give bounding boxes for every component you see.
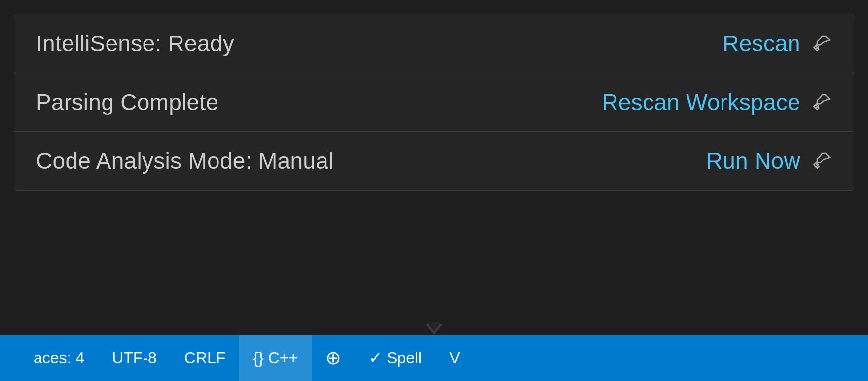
- spaces-indicator[interactable]: aces: 4: [20, 335, 98, 381]
- language-label: {} C++: [253, 349, 298, 367]
- spell-indicator[interactable]: ✓ Spell: [355, 335, 435, 381]
- intellisense-row-actions: Rescan: [723, 30, 832, 57]
- line-ending-indicator[interactable]: CRLF: [171, 335, 240, 381]
- spell-label: ✓ Spell: [369, 348, 422, 367]
- parsing-row: Parsing Complete Rescan Workspace: [14, 73, 854, 132]
- pin-intellisense-icon[interactable]: [812, 34, 832, 53]
- code-analysis-row-actions: Run Now: [706, 148, 832, 174]
- spaces-label: aces: 4: [34, 349, 84, 367]
- intellisense-popup: IntelliSense: Ready Rescan Parsing Compl…: [14, 14, 854, 190]
- extra-indicator[interactable]: V: [435, 335, 473, 381]
- copilot-indicator[interactable]: ⊕: [312, 335, 355, 381]
- popup-caret: [425, 324, 443, 335]
- encoding-indicator[interactable]: UTF-8: [98, 335, 171, 381]
- pin-code-analysis-icon[interactable]: [812, 151, 832, 171]
- code-analysis-row: Code Analysis Mode: Manual Run Now: [14, 132, 854, 190]
- rescan-workspace-button[interactable]: Rescan Workspace: [602, 89, 800, 115]
- code-analysis-label: Code Analysis Mode: Manual: [36, 148, 334, 174]
- extra-label: V: [449, 349, 460, 367]
- run-now-button[interactable]: Run Now: [706, 148, 800, 174]
- status-bar: aces: 4 UTF-8 CRLF {} C++ ⊕ ✓ Spell V: [0, 335, 868, 381]
- intellisense-status-label: IntelliSense: Ready: [36, 30, 234, 57]
- parsing-row-actions: Rescan Workspace: [602, 89, 832, 115]
- parsing-status-label: Parsing Complete: [36, 89, 218, 115]
- line-ending-label: CRLF: [184, 349, 226, 367]
- intellisense-row: IntelliSense: Ready Rescan: [14, 14, 854, 73]
- pin-parsing-icon[interactable]: [812, 92, 832, 112]
- encoding-label: UTF-8: [112, 349, 157, 367]
- language-indicator[interactable]: {} C++: [239, 335, 312, 381]
- copilot-icon: ⊕: [326, 347, 341, 369]
- rescan-button[interactable]: Rescan: [723, 30, 800, 57]
